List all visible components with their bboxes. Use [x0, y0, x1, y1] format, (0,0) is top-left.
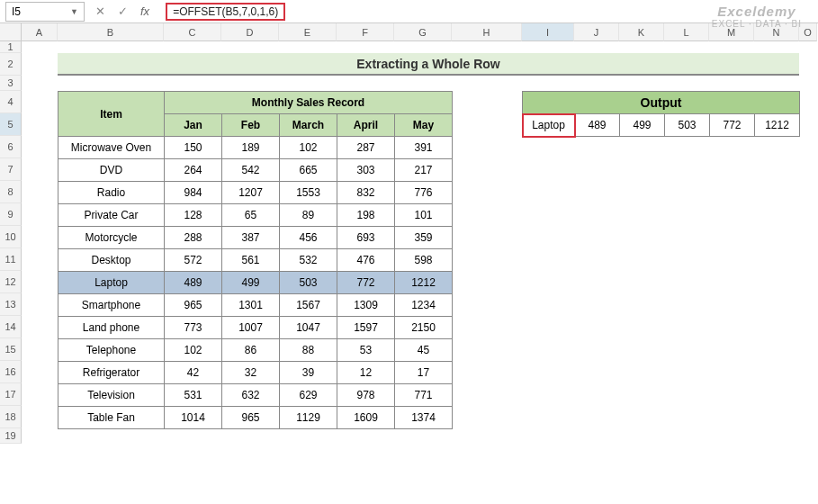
- data-cell[interactable]: 102: [280, 137, 337, 159]
- data-cell[interactable]: 32: [222, 362, 280, 384]
- data-cell[interactable]: 561: [222, 249, 280, 272]
- data-cell[interactable]: 531: [165, 384, 222, 407]
- item-cell[interactable]: Smartphone: [58, 294, 165, 317]
- data-cell[interactable]: 1234: [395, 294, 453, 317]
- data-cell[interactable]: 965: [222, 407, 280, 429]
- fx-icon[interactable]: fx: [140, 4, 157, 18]
- row-header-18[interactable]: 18: [0, 406, 22, 428]
- data-cell[interactable]: 1301: [222, 294, 280, 317]
- item-cell[interactable]: Telephone: [58, 339, 165, 362]
- data-cell[interactable]: 17: [395, 362, 453, 384]
- data-cell[interactable]: 2150: [395, 317, 453, 339]
- data-cell[interactable]: 476: [337, 249, 395, 272]
- data-cell[interactable]: 45: [395, 339, 453, 362]
- data-cell[interactable]: 542: [222, 159, 280, 182]
- output-cell[interactable]: Laptop: [523, 114, 575, 137]
- data-cell[interactable]: 287: [337, 137, 395, 159]
- select-all-corner[interactable]: [0, 23, 22, 41]
- item-cell[interactable]: Table Fan: [58, 407, 165, 429]
- data-cell[interactable]: 629: [280, 384, 337, 407]
- data-cell[interactable]: 217: [395, 159, 453, 182]
- data-cell[interactable]: 598: [395, 249, 453, 272]
- item-cell[interactable]: Television: [58, 384, 165, 407]
- row-header-10[interactable]: 10: [0, 226, 22, 248]
- output-cell[interactable]: 772: [710, 114, 755, 137]
- data-cell[interactable]: 632: [222, 384, 280, 407]
- data-cell[interactable]: 965: [165, 294, 222, 317]
- data-cell[interactable]: 693: [337, 227, 395, 249]
- data-cell[interactable]: 150: [165, 137, 222, 159]
- data-cell[interactable]: 489: [165, 272, 222, 294]
- row-header-11[interactable]: 11: [0, 248, 22, 271]
- item-cell[interactable]: Motorcycle: [58, 227, 165, 249]
- column-header-E[interactable]: E: [279, 23, 337, 41]
- output-cell[interactable]: 499: [620, 114, 665, 137]
- row-header-7[interactable]: 7: [0, 158, 22, 181]
- column-header-A[interactable]: A: [22, 23, 58, 41]
- column-header-D[interactable]: D: [221, 23, 279, 41]
- data-cell[interactable]: 1374: [395, 407, 453, 429]
- data-cell[interactable]: 86: [222, 339, 280, 362]
- data-cell[interactable]: 1207: [222, 182, 280, 204]
- data-cell[interactable]: 387: [222, 227, 280, 249]
- row-header-6[interactable]: 6: [0, 136, 22, 158]
- data-cell[interactable]: 39: [280, 362, 337, 384]
- item-cell[interactable]: Land phone: [58, 317, 165, 339]
- row-header-9[interactable]: 9: [0, 203, 22, 226]
- data-cell[interactable]: 65: [222, 204, 280, 227]
- item-cell[interactable]: Laptop: [58, 272, 165, 294]
- data-cell[interactable]: 1597: [337, 317, 395, 339]
- column-header-J[interactable]: J: [574, 23, 619, 41]
- row-header-17[interactable]: 17: [0, 383, 22, 406]
- data-cell[interactable]: 503: [280, 272, 337, 294]
- data-cell[interactable]: 776: [395, 182, 453, 204]
- item-cell[interactable]: Private Car: [58, 204, 165, 227]
- output-cell[interactable]: 489: [575, 114, 620, 137]
- data-cell[interactable]: 572: [165, 249, 222, 272]
- row-header-4[interactable]: 4: [0, 91, 22, 113]
- data-cell[interactable]: 12: [337, 362, 395, 384]
- data-cell[interactable]: 198: [337, 204, 395, 227]
- column-header-C[interactable]: C: [164, 23, 221, 41]
- data-cell[interactable]: 264: [165, 159, 222, 182]
- row-header-1[interactable]: 1: [0, 41, 22, 53]
- data-cell[interactable]: 42: [165, 362, 222, 384]
- data-cell[interactable]: 288: [165, 227, 222, 249]
- output-cell[interactable]: 503: [665, 114, 710, 137]
- item-cell[interactable]: DVD: [58, 159, 165, 182]
- column-header-L[interactable]: L: [664, 23, 709, 41]
- cancel-icon[interactable]: ✕: [95, 4, 105, 18]
- data-cell[interactable]: 1553: [280, 182, 337, 204]
- row-header-15[interactable]: 15: [0, 338, 22, 361]
- item-cell[interactable]: Radio: [58, 182, 165, 204]
- row-header-16[interactable]: 16: [0, 361, 22, 383]
- item-cell[interactable]: Microwave Oven: [58, 137, 165, 159]
- data-cell[interactable]: 88: [280, 339, 337, 362]
- item-cell[interactable]: Refrigerator: [58, 362, 165, 384]
- data-cell[interactable]: 1567: [280, 294, 337, 317]
- data-cell[interactable]: 773: [165, 317, 222, 339]
- row-header-5[interactable]: 5: [0, 113, 22, 136]
- row-header-2[interactable]: 2: [0, 53, 22, 76]
- item-cell[interactable]: Desktop: [58, 249, 165, 272]
- row-header-14[interactable]: 14: [0, 316, 22, 338]
- data-cell[interactable]: 1129: [280, 407, 337, 429]
- data-cell[interactable]: 456: [280, 227, 337, 249]
- data-cell[interactable]: 772: [337, 272, 395, 294]
- data-cell[interactable]: 53: [337, 339, 395, 362]
- name-box[interactable]: I5 ▼: [5, 2, 85, 22]
- data-cell[interactable]: 189: [222, 137, 280, 159]
- data-cell[interactable]: 1014: [165, 407, 222, 429]
- data-cell[interactable]: 1309: [337, 294, 395, 317]
- data-cell[interactable]: 832: [337, 182, 395, 204]
- data-cell[interactable]: 102: [165, 339, 222, 362]
- row-header-3[interactable]: 3: [0, 76, 22, 91]
- column-header-F[interactable]: F: [337, 23, 394, 41]
- data-cell[interactable]: 532: [280, 249, 337, 272]
- data-cell[interactable]: 984: [165, 182, 222, 204]
- column-header-G[interactable]: G: [394, 23, 452, 41]
- data-cell[interactable]: 1007: [222, 317, 280, 339]
- row-header-19[interactable]: 19: [0, 428, 22, 444]
- data-cell[interactable]: 1609: [337, 407, 395, 429]
- data-cell[interactable]: 665: [280, 159, 337, 182]
